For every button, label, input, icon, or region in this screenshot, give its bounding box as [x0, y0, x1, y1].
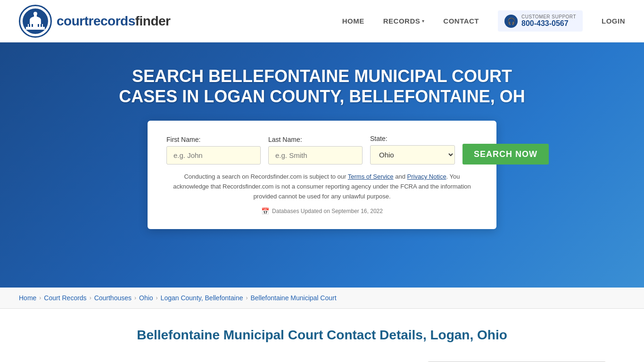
main-nav: HOME RECORDS ▾ CONTACT 🎧 CUSTOMER SUPPOR… [342, 10, 625, 32]
chevron-down-icon: ▾ [422, 18, 424, 24]
svg-rect-8 [32, 24, 33, 27]
login-link[interactable]: LOGIN [602, 17, 625, 25]
state-label: State: [370, 135, 455, 142]
state-group: State: Ohio Alabama Alaska Arizona Arkan… [370, 135, 455, 165]
content-title: Bellefontaine Municipal Court Contact De… [38, 328, 606, 343]
first-name-input[interactable] [166, 146, 261, 165]
last-name-input[interactable] [268, 146, 363, 165]
terms-link[interactable]: Terms of Service [348, 173, 394, 180]
breadcrumb-courthouses[interactable]: Courthouses [94, 294, 132, 302]
privacy-link[interactable]: Privacy Notice [407, 173, 446, 180]
support-area: 🎧 CUSTOMER SUPPORT 800-433-0567 [498, 10, 583, 32]
db-updated: 📅 Databases Updated on September 16, 202… [166, 207, 478, 215]
logo-area: courtrecordsfinder [19, 5, 171, 38]
hero-section: SEARCH BELLEFONTAINE MUNICIPAL COURT CAS… [0, 42, 644, 288]
support-text: CUSTOMER SUPPORT 800-433-0567 [521, 14, 576, 28]
svg-rect-10 [41, 24, 42, 27]
nav-records-link[interactable]: RECORDS [383, 17, 421, 25]
nav-contact[interactable]: CONTACT [443, 17, 479, 25]
breadcrumb-current: Bellefontaine Municipal Court [250, 294, 336, 302]
first-name-label: First Name: [166, 136, 261, 143]
logo-text: courtrecordsfinder [57, 14, 171, 29]
breadcrumb-sep-4: › [156, 295, 158, 301]
svg-rect-9 [38, 24, 39, 27]
breadcrumb-sep-2: › [90, 295, 91, 301]
breadcrumb-home[interactable]: Home [19, 294, 36, 302]
breadcrumb-sep-3: › [134, 295, 136, 301]
main-content: Bellefontaine Municipal Court Contact De… [0, 309, 644, 362]
phone-icon: 🎧 [504, 15, 518, 28]
logo-icon [19, 5, 52, 38]
search-button[interactable]: SEARCH NOW [462, 144, 549, 165]
header: courtrecordsfinder HOME RECORDS ▾ CONTAC… [0, 0, 644, 42]
hero-title: SEARCH BELLEFONTAINE MUNICIPAL COURT CAS… [110, 66, 534, 107]
breadcrumb-bar: Home › Court Records › Courthouses › Ohi… [0, 288, 644, 309]
support-label: CUSTOMER SUPPORT [521, 14, 576, 19]
breadcrumb-court-records[interactable]: Court Records [44, 294, 86, 302]
svg-point-6 [33, 12, 37, 16]
breadcrumb-sep-5: › [246, 295, 248, 301]
search-fields: First Name: Last Name: State: Ohio Alaba… [166, 135, 478, 165]
svg-rect-7 [29, 24, 30, 27]
last-name-label: Last Name: [268, 136, 363, 143]
nav-records[interactable]: RECORDS ▾ [383, 17, 425, 25]
first-name-group: First Name: [166, 136, 261, 165]
svg-rect-1 [26, 27, 45, 30]
nav-home[interactable]: HOME [342, 17, 364, 25]
last-name-group: Last Name: [268, 136, 363, 165]
search-box: First Name: Last Name: State: Ohio Alaba… [148, 121, 496, 229]
breadcrumb-ohio[interactable]: Ohio [139, 294, 153, 302]
breadcrumb-logan-county[interactable]: Logan County, Bellefontaine [161, 294, 243, 302]
support-number: 800-433-0567 [521, 19, 576, 28]
calendar-icon: 📅 [261, 207, 269, 215]
state-select[interactable]: Ohio Alabama Alaska Arizona Arkansas Cal… [370, 145, 455, 165]
breadcrumb: Home › Court Records › Courthouses › Ohi… [19, 294, 625, 302]
breadcrumb-sep-1: › [39, 295, 41, 301]
disclaimer-text: Conducting a search on Recordsfinder.com… [166, 172, 478, 201]
